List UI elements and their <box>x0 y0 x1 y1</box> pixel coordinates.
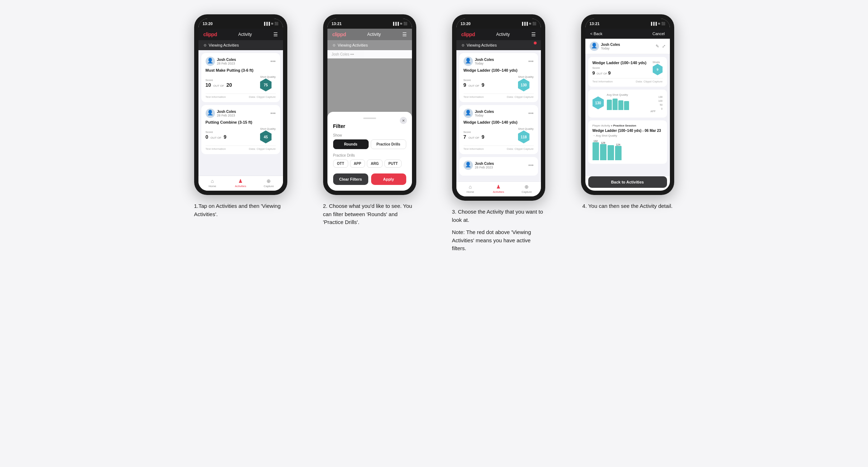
user-date-3b: Today <box>475 114 494 117</box>
tall-bar-chart-4: 132 129 12 <box>593 139 663 160</box>
data-capture-4: Data: Clippd Capture <box>636 80 663 83</box>
avatar-3b <box>464 109 473 118</box>
drill-title-3a: Wedge Ladder (100–140 yds) <box>464 68 534 72</box>
drill-title-2: Putting Combine (3-15 ft) <box>206 120 276 124</box>
app-header-3: clippd Activity ☰ <box>456 29 541 40</box>
user-name-4: Josh Coles <box>601 43 620 47</box>
clear-filters-btn[interactable]: Clear Filters <box>333 173 368 185</box>
user-date-3c: 28 Feb 2023 <box>475 166 494 169</box>
activity-card-2[interactable]: Josh Coles 28 Feb 2023 ••• Putting Combi… <box>201 105 280 154</box>
app-logo-3: clippd <box>461 32 475 37</box>
chip-ott[interactable]: OTT <box>333 159 348 168</box>
phone-1: 13:20 ▐▐▐ ≋ ⬛ clippd Activity ☰ ⚙ Viewin… <box>194 14 287 195</box>
page-container: 13:20 ▐▐▐ ≋ ⬛ clippd Activity ☰ ⚙ Viewin… <box>183 14 685 253</box>
outof-2: OUT OF <box>211 136 221 139</box>
status-icons-3: ▐▐▐ ≋ ⬛ <box>521 22 536 25</box>
activity-card-3c[interactable]: Josh Coles 28 Feb 2023 ••• <box>459 157 538 176</box>
score-lbl-3a: Score <box>464 78 485 82</box>
app-title-1: Activity <box>238 32 252 37</box>
activity-card-3a[interactable]: Josh Coles Today ••• Wedge Ladder (100–1… <box>459 53 538 102</box>
viewing-bar-3[interactable]: ⚙ Viewing Activities <box>456 40 541 50</box>
detail-actions-4: ✎ ⤢ <box>656 44 666 49</box>
filter-actions-2: Clear Filters Apply <box>333 173 406 185</box>
caption-1: 1.Tap on Activities and then 'Viewing Ac… <box>194 202 287 218</box>
apply-btn[interactable]: Apply <box>371 173 406 185</box>
score-val-1: 10 <box>206 82 211 88</box>
avg-shot-sub-4: → Avg Shot Quality <box>593 134 663 137</box>
modal-handle-2 <box>363 118 376 119</box>
time-1: 13:20 <box>203 22 213 26</box>
more-btn-3b[interactable]: ••• <box>528 110 534 116</box>
activity-card-1[interactable]: Josh Coles 28 Feb 2023 ••• Must Make Put… <box>201 53 280 102</box>
shots-col-4: Shots <box>653 61 663 64</box>
data-source-1: Data: Clippd Capture <box>249 95 276 99</box>
status-bar-3: 13:20 ▐▐▐ ≋ ⬛ <box>456 19 541 29</box>
nav-activities-1[interactable]: ♟ Activities <box>226 178 255 188</box>
nav-capture-1[interactable]: ⊕ Capture <box>255 178 283 188</box>
more-btn-3a[interactable]: ••• <box>528 58 534 64</box>
expand-icon-4[interactable]: ⤢ <box>662 44 666 49</box>
shots-val-4: 9 <box>608 70 610 76</box>
outof-4: OUT OF <box>596 72 608 75</box>
score-3b: 7 <box>464 134 466 140</box>
practice-drills-label-2: Practice Drills <box>333 153 406 157</box>
data-source-3a: Data: Clippd Capture <box>507 95 534 99</box>
user-date-1: 28 Feb 2023 <box>217 62 236 65</box>
test-info-3b: Test Information <box>464 147 484 151</box>
avg-quality-label-4: Avg Shot Quality <box>607 93 656 96</box>
edit-icon-4[interactable]: ✎ <box>656 44 659 49</box>
practice-drills-btn-2[interactable]: Practice Drills <box>371 139 406 149</box>
outof-3a: OUT OF <box>469 84 479 87</box>
menu-icon-2: ☰ <box>402 32 407 37</box>
app-title-2: Activity <box>367 32 381 37</box>
more-btn-1[interactable]: ••• <box>270 58 276 64</box>
activity-card-3b[interactable]: Josh Coles Today ••• Wedge Ladder (100–1… <box>459 105 538 154</box>
app-logo-2: clippd <box>332 32 346 37</box>
menu-icon-3[interactable]: ☰ <box>531 32 536 37</box>
score-col-4: Score <box>593 66 611 70</box>
caption-3: 3. Choose the Activity that you want to … <box>452 208 545 253</box>
nav-home-1[interactable]: ⌂ Home <box>198 178 227 188</box>
app-logo-1: clippd <box>203 32 217 37</box>
more-btn-3c[interactable]: ••• <box>528 162 534 168</box>
more-btn-2[interactable]: ••• <box>270 110 276 116</box>
nav-capture-3[interactable]: ⊕ Capture <box>513 184 541 194</box>
test-info-2: Test Information <box>206 147 226 151</box>
menu-icon-1[interactable]: ☰ <box>273 32 278 37</box>
chip-app[interactable]: APP <box>350 159 365 168</box>
score-lbl-3b: Score <box>464 130 485 134</box>
chip-putt[interactable]: PUTT <box>384 159 402 168</box>
user-name-3b: Josh Coles <box>475 110 494 114</box>
time-2: 13:21 <box>332 22 342 26</box>
modal-close-2[interactable]: ✕ <box>400 117 407 124</box>
filter-title-2: Filter <box>333 123 406 129</box>
drill-title-3b: Wedge Ladder (100–140 yds) <box>464 120 534 124</box>
nav-home-3[interactable]: ⌂ Home <box>456 184 485 194</box>
red-dot-3 <box>534 42 537 44</box>
rounds-btn-2[interactable]: Rounds <box>333 139 369 149</box>
test-info-4: Test Information <box>593 80 613 83</box>
practice-header-4: Wedge Ladder (100–140 yds) - 06 Mar 23 <box>593 129 663 133</box>
chip-arg[interactable]: ARG <box>367 159 383 168</box>
filter-toggle-row-2: Rounds Practice Drills <box>333 139 406 149</box>
phone-4: 13:21 ▐▐▐ ≋ ⬛ < Back Cancel Josh Coles T… <box>581 14 674 195</box>
quality-lbl-3a: Shot Quality <box>518 75 534 78</box>
viewing-bar-2: ⚙ Viewing Activities <box>327 40 412 50</box>
step-4: 13:21 ▐▐▐ ≋ ⬛ < Back Cancel Josh Coles T… <box>570 14 685 253</box>
viewing-bar-1[interactable]: ⚙ Viewing Activities <box>198 40 283 50</box>
mini-bar-chart-4 <box>607 97 656 110</box>
status-icons-1: ▐▐▐ ≋ ⬛ <box>263 22 278 25</box>
chart-app-label-4: APP <box>607 110 656 113</box>
app-header-2: clippd Activity ☰ <box>327 29 412 40</box>
cancel-btn-4[interactable]: Cancel <box>652 32 665 36</box>
shots-val-1: 20 <box>226 82 232 88</box>
back-to-activities-btn-4[interactable]: Back to Activities <box>588 176 667 188</box>
time-3: 13:20 <box>461 22 471 26</box>
chart-y-axis-4: 130 100 50 0 <box>658 96 663 110</box>
back-btn-4[interactable]: < Back <box>590 32 603 36</box>
filter-icon-1: ⚙ <box>203 43 207 47</box>
avatar-4 <box>590 42 599 51</box>
step-1: 13:20 ▐▐▐ ≋ ⬛ clippd Activity ☰ ⚙ Viewin… <box>183 14 298 253</box>
detail-content-4: Wedge Ladder (100–140 yds) Score 9 OUT O… <box>585 54 670 176</box>
nav-activities-3[interactable]: ♟ Activities <box>484 184 513 194</box>
